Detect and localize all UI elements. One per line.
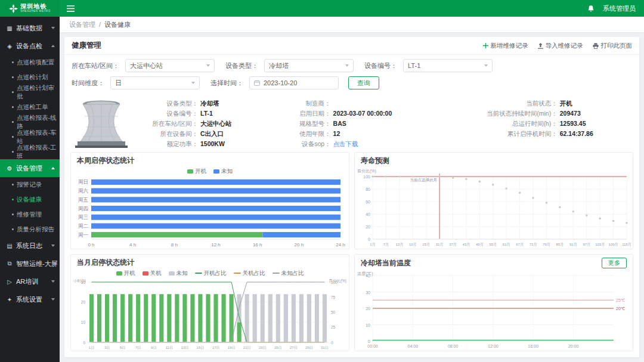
svg-text:61月: 61月 — [503, 243, 510, 247]
svg-text:0: 0 — [368, 237, 370, 242]
svg-text:17日: 17日 — [212, 346, 220, 350]
svg-text:12 h: 12 h — [211, 242, 221, 247]
sidebar-item-inspection-config[interactable]: 点巡检项配置 — [0, 55, 60, 70]
inspection-icon: ◈ — [6, 43, 13, 49]
svg-text:0 h: 0 h — [88, 242, 94, 247]
svg-text:50: 50 — [331, 310, 336, 314]
sop-download-link[interactable]: 点击下载 — [333, 140, 358, 148]
add-repair-record-link[interactable]: 新增维修记录 — [483, 42, 528, 50]
svg-text:当前点选择的月: 当前点选择的月 — [410, 178, 438, 182]
sidebar-item-label: 智慧运维-大屏 — [16, 259, 58, 268]
sidebar-item-inspection-plan-approval[interactable]: 点巡检计划审批 — [0, 85, 60, 100]
svg-text:109月: 109月 — [609, 243, 618, 247]
svg-text:温度(℃): 温度(℃) — [357, 271, 373, 276]
sidebar-group-equipment-inspection[interactable]: ◈ 设备点检 — [0, 37, 60, 55]
device-code-label: 设备编号： — [364, 61, 397, 70]
chart-title: 当月启停状态统计 — [77, 258, 134, 268]
screen-icon: ⧉ — [6, 260, 13, 267]
svg-text:67月: 67月 — [516, 243, 524, 247]
ar-icon: ▷ — [6, 279, 13, 285]
sidebar-item-label: 基础数据 — [16, 24, 42, 33]
weekly-chart-plot: 0 h4 h8 h12 h16 h20 h24 h周一周二周三周四周五周六周日 — [71, 175, 349, 249]
sidebar-item-inspection-workorder[interactable]: 点巡检工单 — [0, 100, 60, 115]
legend-marker — [169, 271, 175, 276]
svg-text:91月: 91月 — [569, 243, 577, 247]
sidebar-group-equipment-management[interactable]: ⚙ 设备管理 — [0, 159, 60, 177]
station-filter-label: 所在车站/区间： — [72, 61, 119, 70]
station-value: 大运中心站 — [200, 120, 232, 128]
breadcrumb-item[interactable]: 设备管理 — [69, 20, 95, 29]
svg-text:24 h: 24 h — [336, 242, 345, 247]
enable-date-value: 2023-03-07 00:00:00 — [333, 110, 392, 117]
svg-text:19月: 19月 — [409, 243, 417, 247]
sidebar-item-alarm-records[interactable]: 报警记录 — [0, 177, 60, 192]
sidebar-item-smart-ops-screen[interactable]: ⧉ 智慧运维-大屏 — [0, 255, 60, 273]
svg-text:55月: 55月 — [489, 243, 497, 247]
svg-text:40: 40 — [366, 212, 370, 216]
import-repair-record-link[interactable]: 导入维修记录 — [538, 42, 583, 50]
monthly-chart-svg: 01020300255075100小时(h)百分比(%)1日3日5日7日9日11… — [71, 277, 349, 351]
station-filter-select[interactable]: 大运中心站 — [125, 59, 215, 72]
admin-user[interactable]: 系统管理员 — [603, 4, 636, 13]
svg-text:13月: 13月 — [395, 243, 403, 247]
total-startstop-value: 62.14:37.86 — [560, 130, 593, 138]
svg-text:周六: 周六 — [78, 188, 89, 194]
svg-text:49月: 49月 — [476, 243, 484, 247]
bullet-icon — [12, 136, 14, 138]
legend-item[interactable]: 开机 — [116, 270, 135, 277]
chevron-down-icon — [191, 82, 195, 84]
card-actions: 新增维修记录 导入维修记录 打印此页面 — [483, 42, 633, 50]
bullet-icon — [12, 214, 14, 215]
sidebar-item-inspection-report-line[interactable]: 点巡检报表-线路 — [0, 115, 60, 129]
sidebar-item-ar-training[interactable]: ▷ AR培训 — [0, 273, 60, 290]
sidebar-item-quality-analysis-report[interactable]: 质量分析报告 — [0, 222, 60, 237]
sidebar-item-system-settings[interactable]: ✦ 系统设置 — [0, 290, 60, 308]
svg-text:5日: 5日 — [120, 346, 125, 350]
print-page-link[interactable]: 打印此页面 — [593, 42, 633, 50]
sidebar-item-repair-management[interactable]: 维修管理 — [0, 207, 60, 222]
device-code-select[interactable]: LT-1 — [403, 59, 493, 72]
notification-bell-icon[interactable] — [587, 5, 595, 13]
cooling-tower-image — [73, 98, 130, 148]
svg-text:100: 100 — [363, 175, 370, 179]
legend-item[interactable]: 未知占比 — [273, 270, 304, 277]
svg-text:85月: 85月 — [556, 243, 564, 247]
svg-text:7日: 7日 — [135, 346, 141, 350]
legend-item[interactable]: 开机占比 — [195, 270, 227, 277]
legend-item[interactable]: 未知 — [169, 270, 188, 277]
monthly-chart-plot: 01020300255075100小时(h)百分比(%)1日3日5日7日9日11… — [71, 277, 349, 351]
svg-text:10: 10 — [366, 323, 370, 327]
device-type-select[interactable]: 冷却塔 — [264, 59, 354, 72]
query-button[interactable]: 查询 — [348, 76, 379, 89]
date-picker[interactable]: 2023-10-20 — [249, 76, 339, 89]
legend-item[interactable]: 关机占比 — [234, 270, 265, 277]
svg-text:20: 20 — [366, 225, 370, 229]
legend-item[interactable]: 关机 — [143, 270, 162, 277]
health-management-card: 健康管理 新增维修记录 导入维修记录 — [64, 37, 639, 357]
bullet-icon — [12, 106, 14, 108]
weekly-startstop-chart: 本周启停状态统计 开机未知 0 h4 h8 h12 h16 h20 h24 h周… — [70, 152, 349, 249]
sidebar-item-inspection-report-team[interactable]: 点巡检报表-工班 — [0, 144, 60, 159]
bullet-icon — [12, 61, 14, 63]
device-type-label: 设备类型： — [225, 61, 258, 70]
sidebar-item-basic-data[interactable]: ▦ 基础数据 — [0, 19, 60, 37]
svg-text:13日: 13日 — [181, 346, 189, 350]
sidebar-item-inspection-report-station[interactable]: 点巡检报表-车站 — [0, 129, 60, 144]
menu-toggle-icon[interactable] — [67, 5, 75, 12]
svg-text:16 h: 16 h — [253, 242, 262, 247]
bullet-icon — [12, 199, 14, 200]
chart-legend: 开机未知 — [71, 167, 349, 175]
filters: 所在车站/区间： 大运中心站 设备类型： 冷却塔 设备编号： — [64, 55, 639, 95]
legend-item[interactable]: 开机 — [187, 168, 206, 175]
settings-icon: ✦ — [6, 296, 13, 303]
more-button[interactable]: 更多 — [602, 258, 627, 268]
sidebar-item-label: 设备点检 — [16, 42, 42, 51]
svg-text:25月: 25月 — [422, 243, 430, 247]
sidebar-item-system-logs[interactable]: ▤ 系统日志 — [0, 237, 60, 255]
time-dimension-select[interactable]: 日 — [110, 76, 200, 89]
sidebar-item-equipment-health[interactable]: 设备健康 — [0, 192, 60, 207]
sidebar-item-inspection-plan[interactable]: 点巡检计划 — [0, 70, 60, 85]
breadcrumb: 设备管理 / 设备健康 — [60, 17, 644, 32]
chart-legend: 开机关机未知开机占比关机占比未知占比 — [71, 269, 349, 277]
legend-item[interactable]: 未知 — [213, 168, 233, 175]
